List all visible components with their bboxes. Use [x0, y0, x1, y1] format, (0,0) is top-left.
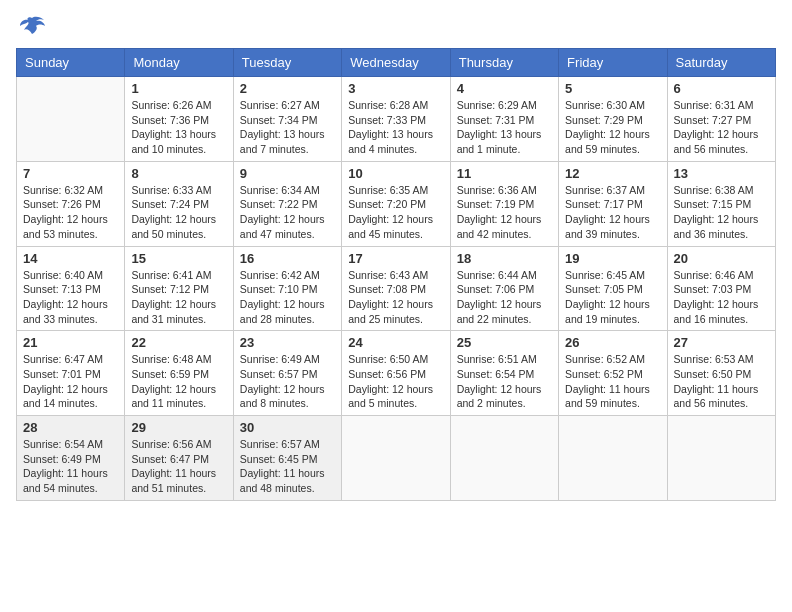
day-number: 25: [457, 335, 552, 350]
day-number: 21: [23, 335, 118, 350]
calendar-cell: 3Sunrise: 6:28 AM Sunset: 7:33 PM Daylig…: [342, 77, 450, 162]
calendar-cell: 5Sunrise: 6:30 AM Sunset: 7:29 PM Daylig…: [559, 77, 667, 162]
calendar-cell: 15Sunrise: 6:41 AM Sunset: 7:12 PM Dayli…: [125, 246, 233, 331]
day-info: Sunrise: 6:49 AM Sunset: 6:57 PM Dayligh…: [240, 352, 335, 411]
calendar-week-row: 1Sunrise: 6:26 AM Sunset: 7:36 PM Daylig…: [17, 77, 776, 162]
calendar-cell: 14Sunrise: 6:40 AM Sunset: 7:13 PM Dayli…: [17, 246, 125, 331]
day-number: 18: [457, 251, 552, 266]
day-info: Sunrise: 6:47 AM Sunset: 7:01 PM Dayligh…: [23, 352, 118, 411]
day-number: 5: [565, 81, 660, 96]
day-info: Sunrise: 6:42 AM Sunset: 7:10 PM Dayligh…: [240, 268, 335, 327]
day-info: Sunrise: 6:51 AM Sunset: 6:54 PM Dayligh…: [457, 352, 552, 411]
day-number: 29: [131, 420, 226, 435]
calendar-week-row: 28Sunrise: 6:54 AM Sunset: 6:49 PM Dayli…: [17, 416, 776, 501]
calendar-header-sunday: Sunday: [17, 49, 125, 77]
calendar-cell: [450, 416, 558, 501]
calendar-cell: 28Sunrise: 6:54 AM Sunset: 6:49 PM Dayli…: [17, 416, 125, 501]
calendar-cell: 12Sunrise: 6:37 AM Sunset: 7:17 PM Dayli…: [559, 161, 667, 246]
day-info: Sunrise: 6:40 AM Sunset: 7:13 PM Dayligh…: [23, 268, 118, 327]
day-info: Sunrise: 6:44 AM Sunset: 7:06 PM Dayligh…: [457, 268, 552, 327]
day-info: Sunrise: 6:52 AM Sunset: 6:52 PM Dayligh…: [565, 352, 660, 411]
calendar-cell: 10Sunrise: 6:35 AM Sunset: 7:20 PM Dayli…: [342, 161, 450, 246]
day-number: 3: [348, 81, 443, 96]
day-number: 4: [457, 81, 552, 96]
day-number: 23: [240, 335, 335, 350]
calendar-cell: 24Sunrise: 6:50 AM Sunset: 6:56 PM Dayli…: [342, 331, 450, 416]
day-number: 12: [565, 166, 660, 181]
day-number: 11: [457, 166, 552, 181]
calendar-week-row: 21Sunrise: 6:47 AM Sunset: 7:01 PM Dayli…: [17, 331, 776, 416]
day-info: Sunrise: 6:48 AM Sunset: 6:59 PM Dayligh…: [131, 352, 226, 411]
day-info: Sunrise: 6:41 AM Sunset: 7:12 PM Dayligh…: [131, 268, 226, 327]
day-info: Sunrise: 6:50 AM Sunset: 6:56 PM Dayligh…: [348, 352, 443, 411]
day-number: 8: [131, 166, 226, 181]
day-info: Sunrise: 6:30 AM Sunset: 7:29 PM Dayligh…: [565, 98, 660, 157]
calendar-cell: 16Sunrise: 6:42 AM Sunset: 7:10 PM Dayli…: [233, 246, 341, 331]
day-number: 28: [23, 420, 118, 435]
day-info: Sunrise: 6:57 AM Sunset: 6:45 PM Dayligh…: [240, 437, 335, 496]
calendar-cell: [342, 416, 450, 501]
calendar-cell: 4Sunrise: 6:29 AM Sunset: 7:31 PM Daylig…: [450, 77, 558, 162]
day-number: 22: [131, 335, 226, 350]
day-number: 30: [240, 420, 335, 435]
calendar-cell: 22Sunrise: 6:48 AM Sunset: 6:59 PM Dayli…: [125, 331, 233, 416]
calendar-cell: 6Sunrise: 6:31 AM Sunset: 7:27 PM Daylig…: [667, 77, 775, 162]
calendar-header-thursday: Thursday: [450, 49, 558, 77]
day-info: Sunrise: 6:56 AM Sunset: 6:47 PM Dayligh…: [131, 437, 226, 496]
day-number: 1: [131, 81, 226, 96]
day-info: Sunrise: 6:34 AM Sunset: 7:22 PM Dayligh…: [240, 183, 335, 242]
calendar-week-row: 7Sunrise: 6:32 AM Sunset: 7:26 PM Daylig…: [17, 161, 776, 246]
calendar-header-friday: Friday: [559, 49, 667, 77]
calendar-cell: 2Sunrise: 6:27 AM Sunset: 7:34 PM Daylig…: [233, 77, 341, 162]
day-info: Sunrise: 6:53 AM Sunset: 6:50 PM Dayligh…: [674, 352, 769, 411]
day-info: Sunrise: 6:38 AM Sunset: 7:15 PM Dayligh…: [674, 183, 769, 242]
day-number: 24: [348, 335, 443, 350]
day-info: Sunrise: 6:29 AM Sunset: 7:31 PM Dayligh…: [457, 98, 552, 157]
day-info: Sunrise: 6:46 AM Sunset: 7:03 PM Dayligh…: [674, 268, 769, 327]
day-number: 13: [674, 166, 769, 181]
day-number: 15: [131, 251, 226, 266]
day-number: 7: [23, 166, 118, 181]
calendar-week-row: 14Sunrise: 6:40 AM Sunset: 7:13 PM Dayli…: [17, 246, 776, 331]
day-info: Sunrise: 6:43 AM Sunset: 7:08 PM Dayligh…: [348, 268, 443, 327]
calendar-cell: 23Sunrise: 6:49 AM Sunset: 6:57 PM Dayli…: [233, 331, 341, 416]
day-number: 10: [348, 166, 443, 181]
calendar-cell: 26Sunrise: 6:52 AM Sunset: 6:52 PM Dayli…: [559, 331, 667, 416]
day-info: Sunrise: 6:28 AM Sunset: 7:33 PM Dayligh…: [348, 98, 443, 157]
day-number: 17: [348, 251, 443, 266]
day-info: Sunrise: 6:36 AM Sunset: 7:19 PM Dayligh…: [457, 183, 552, 242]
calendar-cell: [17, 77, 125, 162]
day-info: Sunrise: 6:31 AM Sunset: 7:27 PM Dayligh…: [674, 98, 769, 157]
calendar-cell: 9Sunrise: 6:34 AM Sunset: 7:22 PM Daylig…: [233, 161, 341, 246]
calendar-cell: 29Sunrise: 6:56 AM Sunset: 6:47 PM Dayli…: [125, 416, 233, 501]
calendar-cell: 20Sunrise: 6:46 AM Sunset: 7:03 PM Dayli…: [667, 246, 775, 331]
calendar-cell: 30Sunrise: 6:57 AM Sunset: 6:45 PM Dayli…: [233, 416, 341, 501]
calendar-cell: [667, 416, 775, 501]
calendar-cell: 27Sunrise: 6:53 AM Sunset: 6:50 PM Dayli…: [667, 331, 775, 416]
calendar-header-monday: Monday: [125, 49, 233, 77]
day-number: 16: [240, 251, 335, 266]
day-info: Sunrise: 6:33 AM Sunset: 7:24 PM Dayligh…: [131, 183, 226, 242]
day-number: 6: [674, 81, 769, 96]
calendar-cell: 17Sunrise: 6:43 AM Sunset: 7:08 PM Dayli…: [342, 246, 450, 331]
calendar-cell: 19Sunrise: 6:45 AM Sunset: 7:05 PM Dayli…: [559, 246, 667, 331]
calendar-header-tuesday: Tuesday: [233, 49, 341, 77]
day-info: Sunrise: 6:32 AM Sunset: 7:26 PM Dayligh…: [23, 183, 118, 242]
logo-bird-icon: [18, 16, 46, 38]
calendar-cell: 8Sunrise: 6:33 AM Sunset: 7:24 PM Daylig…: [125, 161, 233, 246]
header-row: SundayMondayTuesdayWednesdayThursdayFrid…: [17, 49, 776, 77]
day-number: 2: [240, 81, 335, 96]
day-number: 20: [674, 251, 769, 266]
calendar-cell: 21Sunrise: 6:47 AM Sunset: 7:01 PM Dayli…: [17, 331, 125, 416]
calendar-cell: 18Sunrise: 6:44 AM Sunset: 7:06 PM Dayli…: [450, 246, 558, 331]
day-number: 19: [565, 251, 660, 266]
day-number: 14: [23, 251, 118, 266]
day-number: 27: [674, 335, 769, 350]
day-info: Sunrise: 6:37 AM Sunset: 7:17 PM Dayligh…: [565, 183, 660, 242]
calendar-cell: 7Sunrise: 6:32 AM Sunset: 7:26 PM Daylig…: [17, 161, 125, 246]
day-info: Sunrise: 6:54 AM Sunset: 6:49 PM Dayligh…: [23, 437, 118, 496]
day-info: Sunrise: 6:27 AM Sunset: 7:34 PM Dayligh…: [240, 98, 335, 157]
calendar-cell: 1Sunrise: 6:26 AM Sunset: 7:36 PM Daylig…: [125, 77, 233, 162]
logo: [16, 16, 46, 38]
day-info: Sunrise: 6:26 AM Sunset: 7:36 PM Dayligh…: [131, 98, 226, 157]
